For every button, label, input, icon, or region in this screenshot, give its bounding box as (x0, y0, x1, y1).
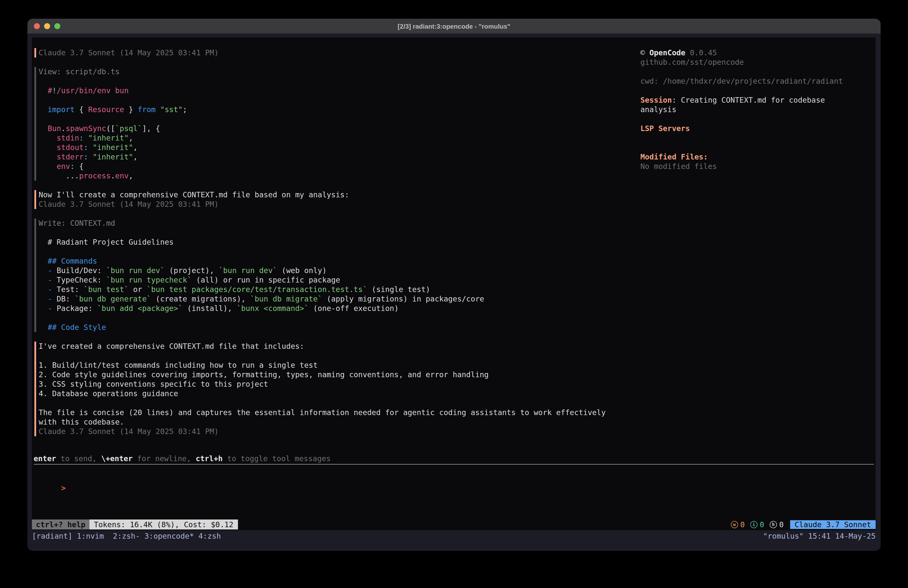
text-line: Bun.spawnSync([`psql`], { (39, 124, 640, 133)
text-line: stdout: "inherit", (39, 143, 640, 152)
text-line: ...process.env, (39, 171, 640, 180)
text-line: 4. Database operations guidance (39, 389, 640, 398)
text-line: I've created a comprehensive CONTEXT.md … (39, 342, 640, 351)
window-title: [2/3] radiant:3:opencode - "romulus" (27, 19, 881, 34)
text-line (39, 247, 640, 256)
status-right: w0i0h0 Claude 3.7 Sonnet (731, 519, 876, 530)
hint-icon: h (770, 521, 777, 528)
text-line: env: { (39, 162, 640, 171)
diagnostic-hint: h0 (770, 520, 784, 529)
text-line: - TypeCheck: `bun run typecheck` (all) o… (39, 275, 640, 285)
text-line: cwd: /home/thdxr/dev/projects/radiant/ra… (641, 76, 876, 86)
sidebar: © OpenCode 0.0.45github.com/sst/opencode… (641, 48, 876, 171)
text-line (39, 114, 640, 124)
text-line: stdin: "inherit", (39, 133, 640, 143)
text-line: - Test: `bun test` or `bun test packages… (39, 285, 640, 294)
text-line: Write: CONTEXT.md (39, 219, 640, 228)
text-line: 1. Build/lint/test commands including ho… (39, 361, 640, 370)
tool-view-block: View: script/db.ts #!/usr/bin/env bun im… (34, 67, 640, 180)
tmux-window-list[interactable]: [radiant] 1:nvim 2:zsh- 3:opencode* 4:zs… (32, 532, 221, 541)
prompt-input[interactable]: > (34, 474, 66, 483)
text-line (39, 228, 640, 237)
opencode-tui: Claude 3.7 Sonnet (14 May 2025 03:41 PM)… (32, 37, 876, 530)
text-line (641, 143, 876, 152)
text-line (39, 76, 640, 86)
input-divider (34, 464, 874, 465)
text-line (39, 351, 640, 361)
text-line: import { Resource } from "sst"; (39, 105, 640, 114)
text-line (39, 95, 640, 105)
tmux-session-info: "romulus" 15:41 14-May-25 (763, 532, 876, 541)
prompt-symbol: > (61, 483, 66, 492)
keybinding-hints: enter to send, \+enter for newline, ctrl… (34, 454, 331, 464)
model-chip: Claude 3.7 Sonnet (790, 520, 876, 529)
diagnostic-warning: w0 (731, 520, 745, 529)
tmux-status-bar: [radiant] 1:nvim 2:zsh- 3:opencode* 4:zs… (32, 532, 876, 541)
text-line: Claude 3.7 Sonnet (14 May 2025 03:41 PM) (39, 427, 640, 436)
text-line: - Package: `bun add <package>` (install)… (39, 304, 640, 313)
text-line: Session: Creating CONTEXT.md for codebas… (641, 95, 876, 105)
text-line: The file is concise (20 lines) and captu… (39, 408, 640, 417)
text-line: # Radiant Project Guidelines (39, 237, 640, 247)
warning-count: 0 (740, 520, 745, 529)
status-left: ctrl+? help Tokens: 16.4K (8%), Cost: $0… (32, 519, 238, 530)
text-line: enter to send, \+enter for newline, ctrl… (34, 454, 331, 464)
diagnostic-info: i0 (750, 520, 764, 529)
text-line (39, 398, 640, 408)
hint-count: 0 (779, 520, 784, 529)
terminal-window: [2/3] radiant:3:opencode - "romulus" Cla… (27, 19, 881, 551)
text-line (641, 133, 876, 143)
text-line: with this codebase. (39, 417, 640, 427)
text-line: Modified Files: (641, 152, 876, 162)
text-line (641, 114, 876, 124)
text-line (39, 313, 640, 323)
text-line: Claude 3.7 Sonnet (14 May 2025 03:41 PM) (39, 48, 640, 58)
text-line: 2. Code style guidelines covering import… (39, 370, 640, 379)
warning-icon: w (731, 521, 738, 528)
assistant-message-block: Now I'll create a comprehensive CONTEXT.… (34, 190, 640, 209)
text-line: github.com/sst/opencode (641, 58, 876, 67)
window-titlebar[interactable]: [2/3] radiant:3:opencode - "romulus" (27, 19, 881, 34)
text-line: Claude 3.7 Sonnet (14 May 2025 03:41 PM) (39, 200, 640, 209)
text-line: Now I'll create a comprehensive CONTEXT.… (39, 190, 640, 200)
text-line: #!/usr/bin/env bun (39, 86, 640, 95)
chat-messages[interactable]: Claude 3.7 Sonnet (14 May 2025 03:41 PM)… (34, 48, 640, 446)
text-line: View: script/db.ts (39, 67, 640, 76)
text-line: No modified files (641, 162, 876, 171)
tool-write-block: Write: CONTEXT.md # Radiant Project Guid… (34, 219, 640, 332)
text-line: ## Code Style (39, 323, 640, 332)
diagnostics: w0i0h0 (731, 520, 784, 529)
info-count: 0 (760, 520, 764, 529)
text-line: ## Commands (39, 256, 640, 266)
text-line: LSP Servers (641, 124, 876, 133)
text-line: - DB: `bun db generate` (create migratio… (39, 294, 640, 304)
assistant-summary-block: I've created a comprehensive CONTEXT.md … (34, 342, 640, 436)
text-line: analysis (641, 105, 876, 114)
info-icon: i (750, 521, 758, 528)
help-hint-chip: ctrl+? help (32, 519, 89, 530)
text-line: © OpenCode 0.0.45 (641, 48, 876, 58)
status-bar: ctrl+? help Tokens: 16.4K (8%), Cost: $0… (32, 519, 876, 530)
text-line: stderr: "inherit", (39, 152, 640, 162)
text-line (641, 67, 876, 76)
tokens-cost-chip: Tokens: 16.4K (8%), Cost: $0.12 (89, 519, 238, 530)
text-line: 3. CSS styling conventions specific to t… (39, 379, 640, 389)
assistant-meta-block: Claude 3.7 Sonnet (14 May 2025 03:41 PM) (34, 48, 640, 58)
text-line: - Build/Dev: `bun run dev` (project), `b… (39, 266, 640, 275)
text-line (641, 86, 876, 95)
